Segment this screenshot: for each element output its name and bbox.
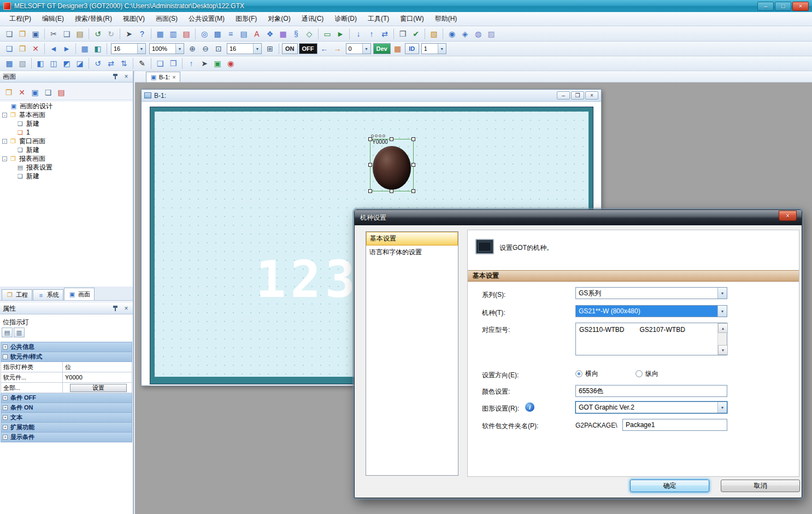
expand-icon[interactable]: + <box>3 425 8 430</box>
undo-icon[interactable]: ↺ <box>92 28 104 40</box>
device-batch-edit-icon[interactable]: ▩ <box>211 28 223 40</box>
text-list-icon[interactable]: A <box>251 28 263 40</box>
zoom-fit-icon[interactable]: ⊡ <box>213 43 225 55</box>
device-monitor-icon[interactable]: ▭ <box>321 28 333 40</box>
orientation-horizontal-radio[interactable]: 横向 <box>575 369 598 378</box>
align-left-icon[interactable]: ◧ <box>34 57 46 69</box>
alphabetical-view-icon[interactable]: ▥ <box>14 328 25 337</box>
next-screen-icon[interactable]: ► <box>61 43 73 55</box>
prop-section-condition-on[interactable]: + 条件 ON <box>1 403 132 413</box>
edit-vertex-icon[interactable]: ✎ <box>136 57 148 69</box>
align-center-icon[interactable]: ◫ <box>48 57 60 69</box>
grid-size-combo[interactable]: 16 <box>227 43 262 54</box>
open-screen-folder-icon[interactable]: ❐ <box>3 86 15 98</box>
expand-icon[interactable]: + <box>3 415 8 420</box>
read-from-got-icon[interactable]: ↑ <box>366 28 378 40</box>
open-screen-icon[interactable]: ❐ <box>16 43 28 55</box>
help-icon[interactable]: ? <box>136 28 148 40</box>
state-number-combo[interactable]: 0 <box>346 43 371 54</box>
pin-icon[interactable] <box>112 73 119 80</box>
document-creator-icon[interactable]: ▧ <box>428 28 440 40</box>
delete-screen-icon[interactable]: ✕ <box>16 86 28 98</box>
nav-item-language-font[interactable]: 语言和字体的设置 <box>366 246 458 259</box>
graphics-setting-combo[interactable]: GOT Graphic Ver.2 <box>575 401 727 413</box>
tree-expander-icon[interactable]: - <box>2 156 7 161</box>
close-screen-icon[interactable]: ✕ <box>30 43 42 55</box>
screen-image-icon[interactable]: ▣ <box>29 86 41 98</box>
radio-selected-icon[interactable] <box>575 370 582 377</box>
prop-value[interactable]: 位 <box>63 362 132 372</box>
tab-close-icon[interactable]: × <box>172 74 175 80</box>
tab-project[interactable]: ❐ 工程 <box>2 289 32 300</box>
model-combo[interactable]: GS21**-W (800x480) <box>575 305 727 317</box>
menu-common-settings[interactable]: 公共设置(M) <box>184 13 230 25</box>
expand-icon[interactable]: + <box>3 395 8 400</box>
resize-handle[interactable] <box>390 137 393 141</box>
screens-panel-close-icon[interactable]: × <box>122 73 130 80</box>
tree-item-base-new[interactable]: ❏ 新建 <box>0 119 133 128</box>
window-minimize-button[interactable]: – <box>757 2 774 11</box>
menu-window[interactable]: 窗口(W) <box>395 13 428 25</box>
search-result-icon[interactable]: ▨ <box>485 28 497 40</box>
ungroup-icon[interactable]: ❒ <box>167 57 179 69</box>
zoom-dropdown-icon[interactable] <box>175 44 184 54</box>
menu-figure[interactable]: 图形(F) <box>231 13 262 25</box>
screen-on-state-icon[interactable]: ▣ <box>211 57 223 69</box>
select-cursor-icon[interactable]: ➤ <box>123 28 135 40</box>
zoom-in-icon[interactable]: ⊕ <box>186 43 198 55</box>
off-state-button[interactable]: OFF <box>299 43 317 54</box>
nav-item-basic-settings[interactable]: 基本设置 <box>366 232 458 246</box>
screen-document-icon[interactable]: ❏ <box>42 86 54 98</box>
object-off-state-icon[interactable]: ◉ <box>225 57 237 69</box>
parts-list-icon[interactable]: ❖ <box>264 28 276 40</box>
cut-icon[interactable]: ✂ <box>48 28 60 40</box>
expand-icon[interactable]: + <box>3 435 8 440</box>
prop-section-common-info[interactable]: + 公共信息 <box>1 342 132 352</box>
ok-button[interactable]: 确定 <box>630 480 709 492</box>
move-to-front-icon[interactable]: ▩ <box>3 57 15 69</box>
device-list-icon[interactable]: ▤ <box>238 28 250 40</box>
color-setting-field[interactable]: 65536色 <box>575 385 727 397</box>
menu-communication[interactable]: 通讯(C) <box>297 13 329 25</box>
object-id-display-button[interactable]: ID <box>405 43 419 54</box>
prop-section-extended[interactable]: + 扩展功能 <box>1 423 132 433</box>
new-window-screen-icon[interactable]: ▥ <box>167 28 179 40</box>
dialog-close-button[interactable]: × <box>779 211 797 221</box>
window-maximize-button[interactable]: □ <box>775 2 791 11</box>
stack-up-icon[interactable]: ↑ <box>185 57 197 69</box>
data-browser-icon[interactable]: ▦ <box>277 28 289 40</box>
menu-object[interactable]: 对象(O) <box>263 13 295 25</box>
open-project-icon[interactable]: ❐ <box>16 28 28 40</box>
dialog-titlebar[interactable]: 机种设置 <box>355 210 802 225</box>
zoom-out-icon[interactable]: ⊖ <box>199 43 211 55</box>
menu-search-replace[interactable]: 搜索/替换(R) <box>70 13 117 25</box>
menu-project[interactable]: 工程(P) <box>4 13 36 25</box>
select-object-icon[interactable]: ➤ <box>198 57 210 69</box>
search-device-icon[interactable]: ◍ <box>472 28 484 40</box>
device-comment-icon[interactable]: ≡ <box>225 28 237 40</box>
screen-property-icon[interactable]: ▤ <box>55 86 67 98</box>
prop-row-all-settings[interactable]: 全部... 设置 <box>1 383 132 393</box>
tree-expander-icon[interactable]: - <box>2 139 7 144</box>
resize-handle[interactable] <box>368 163 372 167</box>
properties-panel-close-icon[interactable]: × <box>122 305 130 312</box>
new-report-screen-icon[interactable]: ▤ <box>180 28 192 40</box>
menu-tools[interactable]: 工具(T) <box>363 13 394 25</box>
align-top-icon[interactable]: ◩ <box>61 57 73 69</box>
resize-handle[interactable] <box>411 189 415 193</box>
verify-icon[interactable]: ⇄ <box>379 28 391 40</box>
font-size-combo[interactable]: 16 <box>111 43 146 54</box>
screen-maximize-button[interactable]: ❐ <box>571 91 584 100</box>
label-editor-icon[interactable]: ◇ <box>303 28 315 40</box>
grid-settings-icon[interactable]: ⊞ <box>264 43 276 55</box>
tree-expander-icon[interactable]: - <box>2 113 7 118</box>
prop-section-condition-off[interactable]: + 条件 OFF <box>1 393 132 403</box>
tree-item-report-screens[interactable]: - ❐ 报表画面 <box>0 154 133 163</box>
screen-minimize-button[interactable]: – <box>557 91 570 100</box>
prop-row-lamp-type[interactable]: 指示灯种类 位 <box>1 362 132 372</box>
tab-screen[interactable]: ▣ 画面 <box>64 288 95 300</box>
resize-handle[interactable] <box>390 189 393 193</box>
layer-combo[interactable]: 1 <box>421 43 446 54</box>
device-search-icon[interactable]: ◎ <box>198 28 210 40</box>
copy-icon[interactable]: ❑ <box>61 28 73 40</box>
